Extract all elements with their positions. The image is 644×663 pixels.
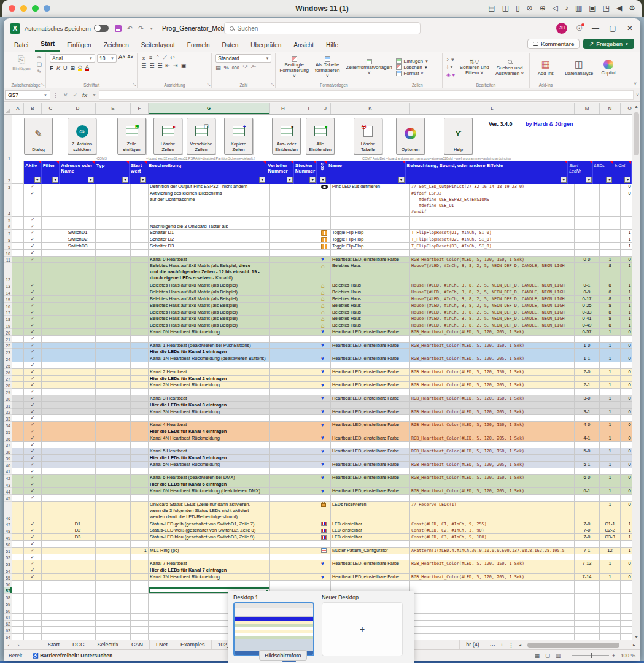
cell[interactable]: Heartbeat LED, einstellbare Farbe [331, 382, 410, 389]
row-header-61[interactable]: 61 [4, 614, 12, 621]
cell[interactable] [320, 402, 331, 409]
cell[interactable] [60, 395, 96, 402]
cell[interactable] [96, 560, 131, 567]
cell[interactable]: 4-0 [575, 422, 600, 428]
cell[interactable] [575, 581, 600, 587]
cell[interactable] [131, 402, 149, 409]
cell[interactable] [96, 548, 131, 554]
cell[interactable] [131, 627, 149, 634]
cell[interactable] [12, 574, 24, 581]
cell[interactable] [131, 488, 149, 495]
orientation-icon[interactable]: ⟋ [163, 54, 167, 61]
cell[interactable]: ✓ [24, 369, 42, 376]
cell[interactable]: Const(#LED, C2, #InCh, 3, 90) [410, 527, 575, 534]
cell[interactable]: Belebtes Haus [331, 282, 410, 289]
cell[interactable]: Heartbeat LED, einstellbare Farbe [331, 574, 410, 581]
cell[interactable] [410, 468, 575, 475]
table-header-O[interactable]: InCnt▾ [613, 161, 632, 184]
row-header-1[interactable]: 1 [4, 115, 12, 161]
printer-icon[interactable]: ▥ [575, 0, 582, 17]
cell[interactable] [410, 455, 575, 462]
cell[interactable] [60, 587, 96, 594]
cell[interactable] [297, 409, 320, 416]
cell[interactable] [270, 343, 297, 349]
cell[interactable] [331, 376, 410, 382]
cell[interactable]: Schalter D2 [149, 236, 270, 243]
cell[interactable]: SwitchD3 [60, 243, 96, 250]
cell[interactable]: 1 [621, 316, 632, 322]
cell[interactable] [331, 415, 410, 422]
cell[interactable] [42, 442, 60, 449]
expand-formula-bar-icon[interactable]: ˅ [636, 92, 639, 98]
close-button[interactable]: ✕ [626, 24, 634, 33]
cell[interactable] [600, 455, 621, 462]
cell[interactable] [270, 422, 297, 428]
cell[interactable]: ✓ [24, 402, 42, 409]
column-header-N[interactable]: N [600, 103, 621, 114]
cell[interactable] [42, 527, 60, 534]
cell[interactable] [42, 567, 60, 574]
row-header-36[interactable]: 36 [4, 435, 12, 442]
cell[interactable] [575, 627, 600, 634]
cell[interactable] [270, 395, 297, 402]
cell[interactable]: ✓ [24, 303, 42, 309]
cell[interactable]: Status-LED gelb (geschaltet von SwitchD1… [149, 521, 270, 528]
cell[interactable] [96, 462, 131, 468]
cell[interactable]: 1 [600, 448, 621, 455]
cell[interactable] [60, 415, 96, 422]
cell[interactable]: OnBoard-Status-LEDs (Zeile nur dann akti… [149, 502, 270, 521]
filter-dropdown-icon[interactable]: ▾ [320, 177, 326, 183]
cell[interactable] [600, 541, 621, 548]
cell[interactable]: RGB_Heartbeat_Color(#LED, 5, 120, 205, 1… [410, 435, 575, 442]
cell[interactable]: 0 [621, 382, 632, 389]
filter-dropdown-icon[interactable]: ▾ [122, 177, 128, 183]
row-header-34[interactable]: 34 [4, 422, 12, 428]
cell[interactable] [410, 554, 575, 561]
column-header-D[interactable]: D [60, 103, 96, 114]
cell[interactable] [270, 355, 297, 362]
cell[interactable]: 8 [600, 282, 621, 289]
cell[interactable] [621, 581, 632, 587]
cell[interactable] [12, 554, 24, 561]
sheet-menu-icon[interactable]: ⋮ [508, 642, 514, 648]
cell[interactable] [12, 296, 24, 303]
cell[interactable]: 1 [621, 289, 632, 296]
cell[interactable] [270, 389, 297, 395]
cell[interactable] [42, 309, 60, 316]
cell[interactable] [320, 581, 331, 587]
cell[interactable] [131, 263, 149, 282]
macro-button-copy-rows[interactable]: +Kopiere Zeilen [224, 118, 253, 155]
cell[interactable]: Belebtes Haus [331, 322, 410, 329]
cell[interactable] [42, 362, 60, 369]
cell[interactable]: ♥ [320, 409, 331, 416]
cell[interactable] [320, 217, 331, 223]
cell[interactable] [600, 495, 621, 502]
cell[interactable] [149, 250, 270, 257]
cell[interactable]: 1 [600, 422, 621, 428]
cell[interactable] [12, 634, 24, 640]
add-sheet-icon[interactable]: + [500, 642, 503, 648]
cell[interactable] [96, 634, 131, 640]
cell[interactable]: 1 [600, 475, 621, 481]
cell[interactable] [12, 336, 24, 343]
cell[interactable] [297, 574, 320, 581]
cell[interactable]: T_FlipFlopReset(D3, #InCh, SI_0) [410, 243, 575, 250]
column-header-G[interactable]: G [149, 103, 270, 114]
filter-dropdown-icon[interactable]: ▾ [88, 177, 94, 183]
cell[interactable]: Heartbeat LED, einstellbare Farbe [331, 343, 410, 349]
cell[interactable] [96, 349, 131, 355]
cell[interactable]: ✓ [24, 481, 42, 488]
cell[interactable]: Belebtes Haus auf 8x8 Matrix (als Beispi… [149, 289, 270, 296]
cell[interactable]: 0 [621, 369, 632, 376]
row-header-25[interactable]: 25 [4, 362, 12, 369]
cell[interactable]: Schalter D1 [149, 230, 270, 236]
cell[interactable]: 1 [600, 560, 621, 567]
align-middle-icon[interactable]: ≡ [149, 55, 152, 61]
cell[interactable]: ✓ [24, 362, 42, 369]
cell[interactable]: 1 [621, 309, 632, 316]
row-header-64[interactable]: 64 [4, 634, 12, 640]
cell[interactable] [131, 230, 149, 236]
cell[interactable] [270, 475, 297, 481]
hscroll-thumb[interactable] [527, 643, 619, 648]
row-header-14[interactable]: 14 [4, 289, 12, 296]
